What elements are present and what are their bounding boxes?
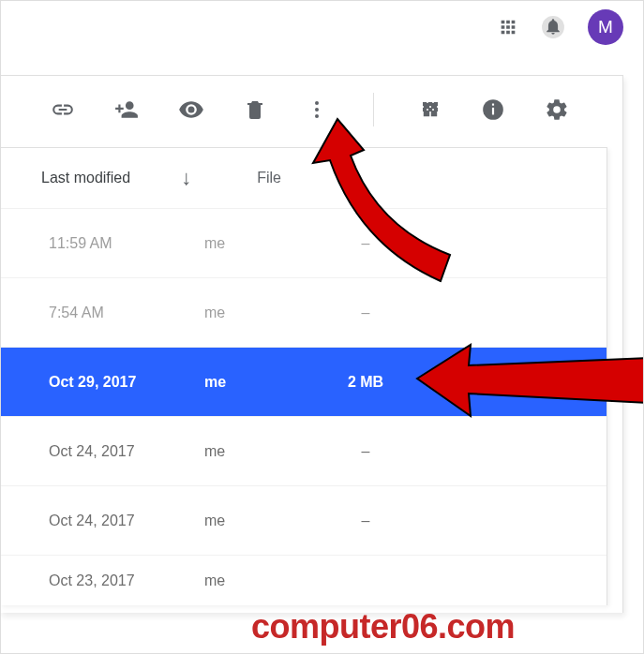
- apps-icon[interactable]: [498, 17, 518, 37]
- details-icon[interactable]: [481, 97, 505, 122]
- file-owner: me: [204, 374, 226, 391]
- more-icon[interactable]: [306, 98, 328, 121]
- column-header-row: Last modified ↓ File: [0, 148, 607, 208]
- file-row[interactable]: Oct 24, 2017 me –: [0, 416, 607, 485]
- file-list-panel: Last modified ↓ File 11:59 AM me – 7:54 …: [0, 147, 607, 605]
- file-date: Oct 24, 2017: [49, 513, 199, 529]
- file-date: Oct 29, 2017: [49, 374, 199, 391]
- grid-view-icon[interactable]: [419, 98, 442, 121]
- file-date: Oct 24, 2017: [49, 443, 199, 460]
- file-size: –: [328, 513, 403, 529]
- svg-point-3: [315, 114, 319, 118]
- svg-point-2: [315, 108, 319, 111]
- column-last-modified[interactable]: Last modified: [41, 170, 130, 186]
- watermark-text: computer06.com: [251, 607, 515, 647]
- file-date: 11:59 AM: [49, 235, 199, 252]
- preview-icon[interactable]: [178, 97, 204, 123]
- file-owner: me: [204, 443, 225, 460]
- file-row-selected[interactable]: Oct 29, 2017 me 2 MB: [0, 347, 607, 416]
- file-row[interactable]: Oct 24, 2017 me –: [0, 485, 607, 555]
- file-row[interactable]: Oct 23, 2017 me: [0, 555, 607, 605]
- link-icon[interactable]: [51, 97, 75, 122]
- file-row[interactable]: 7:54 AM me –: [0, 277, 607, 347]
- svg-rect-5: [492, 108, 494, 115]
- settings-icon[interactable]: [545, 97, 569, 122]
- file-date: 7:54 AM: [49, 305, 199, 321]
- main-panel: Last modified ↓ File 11:59 AM me – 7:54 …: [0, 75, 623, 613]
- avatar-initial: M: [598, 17, 613, 37]
- file-owner: me: [204, 572, 225, 589]
- file-size: 2 MB: [328, 374, 403, 391]
- action-toolbar: [0, 76, 622, 143]
- column-file-size[interactable]: File: [257, 170, 281, 186]
- file-size: –: [328, 305, 403, 321]
- toolbar-divider: [373, 93, 374, 126]
- file-owner: me: [204, 305, 225, 321]
- svg-point-1: [315, 101, 319, 105]
- svg-rect-6: [492, 104, 494, 106]
- remove-icon[interactable]: [244, 98, 266, 121]
- file-size: –: [328, 235, 403, 252]
- account-avatar[interactable]: M: [588, 9, 623, 45]
- add-person-icon[interactable]: [114, 97, 139, 122]
- sort-direction-icon[interactable]: ↓: [181, 166, 191, 190]
- file-date: Oct 23, 2017: [49, 572, 199, 589]
- file-owner: me: [204, 235, 225, 252]
- file-size: –: [328, 443, 403, 460]
- file-row[interactable]: 11:59 AM me –: [0, 208, 607, 277]
- file-owner: me: [204, 513, 225, 529]
- notifications-icon[interactable]: [541, 15, 565, 39]
